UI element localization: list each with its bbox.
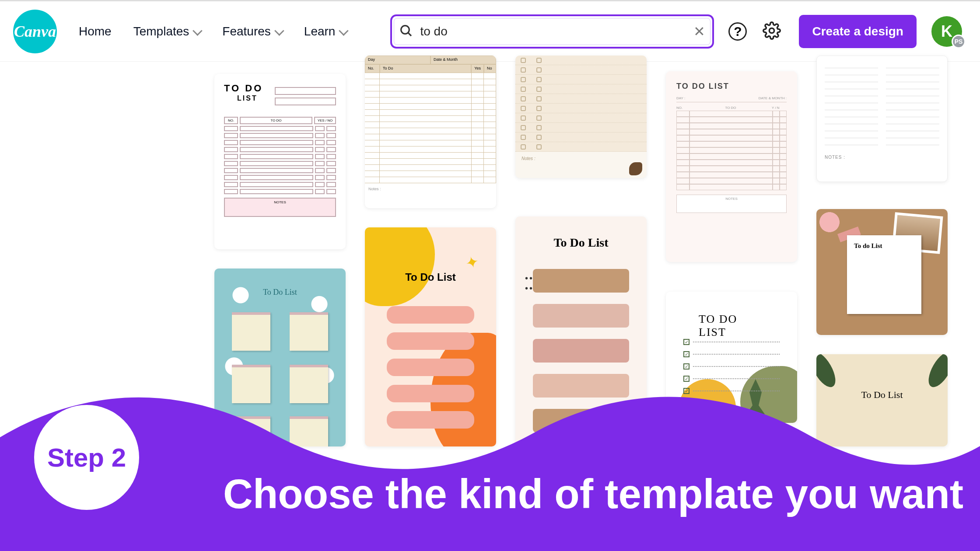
template-card[interactable]: TO DO LIST DAY :DATE & MONTH : NO.TO DOY… — [666, 71, 797, 262]
search-bar[interactable]: ✕ — [390, 14, 714, 49]
nav-learn-label: Learn — [304, 24, 336, 38]
chevron-down-icon — [192, 26, 203, 36]
banner-headline: Choose the kind of template you want — [223, 471, 963, 518]
template-title: To Do List — [263, 288, 297, 297]
nav-features[interactable]: Features — [222, 24, 282, 38]
search-input[interactable] — [420, 24, 693, 38]
svg-point-2 — [770, 28, 774, 33]
col-label: TO DO — [690, 106, 772, 110]
nav-learn[interactable]: Learn — [304, 24, 347, 38]
canva-logo[interactable]: Canva — [13, 10, 57, 53]
chevron-down-icon — [339, 26, 349, 36]
template-card[interactable]: TO DO LIST NO. TO DO YES / NO NOTES — [214, 74, 346, 249]
col-label: Y / N — [772, 106, 787, 110]
field-label: DATE & MONTH : — [694, 96, 787, 100]
notes-label: Notes : — [365, 183, 496, 195]
chevron-down-icon — [274, 26, 284, 36]
col-label: Day — [365, 56, 430, 64]
leaf-icon — [629, 162, 642, 175]
col-label: NO. — [676, 106, 690, 110]
field-label: DAY : — [676, 96, 694, 100]
tutorial-banner: Step 2 Choose the kind of template you w… — [0, 367, 980, 551]
notes-label: Notes : — [515, 152, 647, 165]
col-label: Date & Month — [430, 56, 496, 64]
nav-home-label: Home — [79, 24, 112, 38]
col-label: No — [484, 64, 496, 73]
nav-templates[interactable]: Templates — [133, 24, 201, 38]
col-label: NO. — [224, 117, 238, 124]
template-card[interactable]: To do List — [816, 209, 948, 335]
gear-icon — [763, 21, 781, 42]
help-button[interactable]: ? — [727, 21, 748, 42]
col-label: Yes — [471, 64, 484, 73]
notes-label: NOTES : — [825, 155, 939, 160]
notes-label: NOTES — [676, 195, 787, 213]
template-title: TO DO LIST — [676, 82, 787, 91]
app-header: Canva Home Templates Features Learn ✕ ? … — [0, 1, 980, 62]
notes-label: NOTES — [224, 198, 336, 217]
col-label: YES / NO — [314, 117, 336, 124]
template-title: TO DO LIST — [699, 313, 764, 339]
create-design-button[interactable]: Create a design — [799, 15, 917, 48]
field — [275, 98, 336, 105]
template-card[interactable]: Day Date & Month No. To Do Yes No — [365, 56, 496, 208]
settings-button[interactable] — [761, 21, 782, 42]
spark-icon: ✦ — [463, 252, 481, 273]
account-avatar[interactable]: K PS — [931, 16, 962, 47]
template-title: To Do List — [553, 236, 608, 250]
col-label: TO DO — [240, 117, 312, 124]
table-header: NO. TO DO YES / NO — [224, 117, 336, 124]
field — [275, 87, 336, 95]
nav-home[interactable]: Home — [79, 24, 112, 38]
clear-search-icon[interactable]: ✕ — [693, 23, 705, 40]
col-label: No. — [365, 64, 380, 73]
template-title: To Do List — [405, 271, 456, 283]
help-icon: ? — [728, 22, 747, 41]
avatar-initial: K — [941, 22, 952, 41]
template-title: To do List — [854, 242, 914, 250]
template-card[interactable]: Notes : — [515, 56, 647, 178]
nav-templates-label: Templates — [133, 24, 189, 38]
step-badge: Step 2 — [34, 405, 139, 510]
template-card[interactable]: NOTES : — [816, 56, 948, 182]
main-nav: Home Templates Features Learn — [79, 24, 346, 38]
nav-features-label: Features — [222, 24, 271, 38]
col-label: To Do — [380, 64, 471, 73]
avatar-badge: PS — [952, 35, 966, 49]
